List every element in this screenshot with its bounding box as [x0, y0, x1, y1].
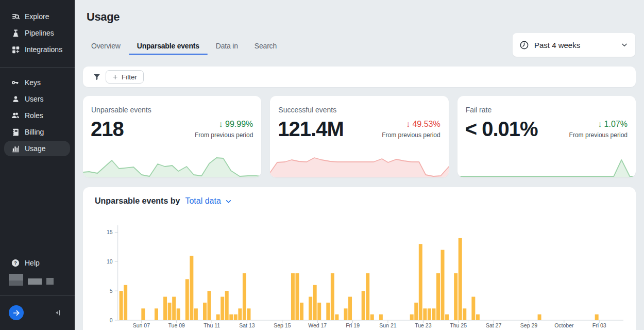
tab-data-in[interactable]: Data in [208, 37, 246, 55]
stat-card-label: Successful events [278, 106, 336, 114]
sidebar-badges [9, 274, 54, 286]
svg-text:Thu 11: Thu 11 [204, 322, 220, 328]
forward-button[interactable] [9, 305, 24, 320]
stat-card-label: Fail rate [466, 106, 492, 114]
arrow-down-icon: ↓ [219, 120, 223, 128]
delta-caption: From previous period [382, 131, 440, 139]
svg-text:Sun 21: Sun 21 [379, 322, 396, 328]
sidebar-item-label: Help [25, 259, 40, 267]
sidebar-item-label: Usage [25, 144, 45, 153]
keys-icon [11, 78, 20, 87]
sidebar-item-label: Billing [25, 128, 44, 136]
sidebar-item-label: Roles [25, 111, 43, 120]
stat-card-delta: ↓ 99.99% From previous period [195, 120, 253, 139]
stat-card-value: < 0.01% [465, 118, 538, 141]
svg-text:Tue 23: Tue 23 [415, 322, 431, 328]
sidebar-item-label: Users [25, 95, 44, 103]
filter-funnel-icon [93, 73, 101, 81]
delta-value: 99.99% [225, 120, 253, 128]
svg-text:0: 0 [110, 317, 113, 323]
tab-search[interactable]: Search [246, 37, 285, 55]
time-range-select[interactable]: Past 4 weeks [513, 33, 635, 57]
sidebar-item-label: Pipelines [25, 29, 54, 37]
sidebar-item-pipelines[interactable]: Pipelines [0, 25, 75, 41]
main-content: Usage Overview Unparsable events Data in… [75, 0, 644, 330]
sidebar-group-admin: Keys Users [0, 74, 75, 157]
sidebar: Explore Pipelines [0, 0, 75, 330]
stat-card-value: 218 [91, 118, 124, 141]
users-icon [11, 94, 20, 104]
sidebar-item-integrations[interactable]: Integrations [0, 41, 75, 58]
sidebar-item-billing[interactable]: Billing [0, 124, 75, 140]
svg-text:Sun 07: Sun 07 [133, 322, 150, 328]
svg-text:10: 10 [107, 258, 113, 265]
badge-placeholder [9, 274, 23, 286]
page-title: Usage [87, 10, 120, 24]
stat-cards: Unparsable events 218 ↓ 99.99% From prev… [83, 96, 636, 177]
stat-card-fail-rate: Fail rate < 0.01% ↓ 1.07% From previous … [457, 96, 636, 177]
bar-chart: 051015Sun 07Tue 09Thu 11Sat 13Sep 15Wed … [83, 187, 636, 330]
sidebar-item-usage[interactable]: Usage [0, 140, 75, 157]
stat-card-delta: ↓ 49.53% From previous period [382, 120, 440, 139]
filter-bar: Filter [83, 67, 636, 87]
sidebar-divider [0, 67, 75, 68]
arrow-down-icon: ↓ [406, 120, 410, 128]
sidebar-item-users[interactable]: Users [0, 91, 75, 107]
stat-card-delta: ↓ 1.07% From previous period [569, 120, 628, 139]
time-range-value: Past 4 weeks [534, 41, 580, 50]
roles-icon [11, 111, 20, 120]
svg-text:Sat 13: Sat 13 [239, 322, 255, 328]
arrow-down-icon: ↓ [598, 120, 602, 128]
svg-text:5: 5 [110, 288, 113, 294]
svg-text:?: ? [14, 260, 17, 266]
bar-chart-card: Unparsable events by Total data 051015Su… [83, 187, 636, 330]
help-icon: ? [11, 258, 20, 268]
stat-card-unparsable-events: Unparsable events 218 ↓ 99.99% From prev… [83, 96, 261, 177]
sidebar-item-keys[interactable]: Keys [0, 74, 75, 91]
add-filter-button[interactable]: Filter [106, 70, 144, 84]
tab-unparsable-events[interactable]: Unparsable events [129, 37, 208, 55]
delta-value: 1.07% [604, 120, 628, 128]
svg-text:Thu 25: Thu 25 [450, 322, 467, 328]
sidebar-item-label: Explore [25, 12, 49, 21]
svg-text:October: October [554, 322, 574, 328]
sidebar-item-label: Keys [25, 78, 41, 87]
sidebar-group-main: Explore Pipelines [0, 8, 75, 58]
svg-text:Wed 17: Wed 17 [308, 322, 327, 328]
explore-icon [11, 12, 20, 21]
billing-icon [11, 127, 20, 137]
svg-text:Sat 27: Sat 27 [486, 322, 502, 328]
add-filter-label: Filter [122, 73, 137, 81]
arrow-right-icon [12, 309, 21, 317]
svg-text:Sep 29: Sep 29 [520, 322, 537, 328]
usage-icon [11, 144, 20, 153]
sidebar-item-roles[interactable]: Roles [0, 107, 75, 124]
tab-bar: Overview Unparsable events Data in Searc… [83, 37, 285, 55]
tab-overview[interactable]: Overview [83, 37, 129, 55]
svg-text:Fri 19: Fri 19 [346, 322, 360, 328]
collapse-icon [54, 309, 62, 317]
svg-text:Tue 09: Tue 09 [168, 322, 185, 328]
chevron-down-icon [621, 41, 628, 48]
integrations-icon [11, 45, 20, 54]
collapse-sidebar-button[interactable] [53, 308, 62, 317]
badge-placeholder [46, 278, 54, 285]
stat-card-value: 121.4M [278, 118, 343, 141]
svg-text:Sep 15: Sep 15 [274, 322, 291, 328]
pipelines-icon [11, 28, 20, 38]
stat-card-successful-events: Successful events 121.4M ↓ 49.53% From p… [270, 96, 448, 177]
stat-card-label: Unparsable events [91, 106, 151, 114]
sidebar-item-explore[interactable]: Explore [0, 8, 75, 25]
sidebar-item-label: Integrations [25, 45, 62, 54]
delta-caption: From previous period [569, 131, 628, 139]
delta-value: 49.53% [412, 120, 440, 128]
badge-placeholder [28, 278, 42, 285]
plus-icon [112, 74, 118, 80]
clock-icon [519, 40, 529, 50]
delta-caption: From previous period [195, 131, 253, 139]
app: Explore Pipelines [0, 0, 644, 330]
svg-text:Fri 03: Fri 03 [592, 322, 606, 328]
sidebar-item-help[interactable]: ? Help [0, 255, 75, 271]
svg-text:15: 15 [107, 229, 113, 235]
sidebar-divider [0, 295, 75, 296]
